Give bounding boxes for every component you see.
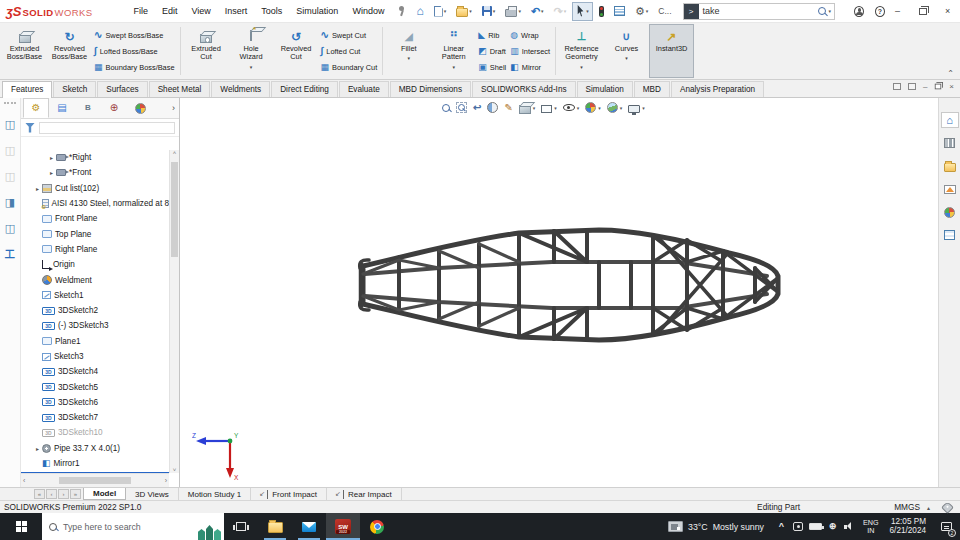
panel-expand-icon[interactable]: ›: [153, 103, 179, 113]
doc-tab-front-impact[interactable]: Front Impact: [251, 488, 327, 500]
notification-center-button[interactable]: 2: [932, 513, 960, 540]
doc-minimize-icon[interactable]: –: [923, 82, 927, 91]
wrap-button[interactable]: ◍Wrap: [510, 28, 550, 42]
tab-simulation[interactable]: Simulation: [577, 81, 633, 97]
search-caret-icon[interactable]: ▾: [829, 8, 832, 14]
extruded-cut-button[interactable]: ExtrudedCut: [184, 24, 229, 78]
tree-item-right-plane[interactable]: Right Plane: [21, 242, 169, 257]
doc-restore-icon[interactable]: [935, 84, 941, 90]
boundary-cut-button[interactable]: ▦Boundary Cut: [321, 60, 378, 74]
apply-scene-button[interactable]: ▾: [607, 102, 623, 113]
dropdown-caret-icon[interactable]: ▾: [646, 8, 649, 14]
tree-vertical-scrollbar[interactable]: ˄˅: [169, 150, 179, 473]
panel-tab-dimxpert-manager[interactable]: ⊕: [101, 98, 127, 118]
expand-arrow-icon[interactable]: ▸: [33, 445, 42, 452]
restore-button[interactable]: [910, 0, 935, 22]
lofted-cut-button[interactable]: ∫Lofted Cut: [321, 44, 378, 58]
tray-hidden-icons-chevron[interactable]: ^: [773, 513, 790, 540]
dropdown-caret-icon[interactable]: ▾: [250, 63, 253, 71]
tree-item-mirror1[interactable]: ◧Mirror1: [21, 456, 169, 471]
home-button[interactable]: ⌂: [413, 2, 428, 21]
tab-mbd-dimensions[interactable]: MBD Dimensions: [390, 81, 471, 97]
doc-tab-3d-views[interactable]: 3D Views: [126, 488, 179, 500]
dynamic-annotation-button[interactable]: ✎: [504, 103, 512, 113]
search-icon[interactable]: [818, 7, 826, 15]
panel-tab-features-manager[interactable]: ⚙: [23, 98, 49, 118]
panel-tab-configuration-manager[interactable]: B: [75, 98, 101, 118]
tree-item-sketch3[interactable]: Sketch3: [21, 349, 169, 364]
tab-nav-1[interactable]: ‹: [46, 489, 57, 499]
filter-funnel-icon[interactable]: [25, 123, 35, 133]
tray-volume[interactable]: [841, 513, 858, 540]
scroll-right-icon[interactable]: ›: [165, 477, 167, 484]
selection-filter-button[interactable]: [595, 2, 608, 21]
task-pane-file-explorer-button[interactable]: [941, 158, 959, 174]
dropdown-caret-icon[interactable]: ▾: [533, 105, 536, 111]
doc-tab-motion-study-1[interactable]: Motion Study 1: [179, 488, 251, 500]
menu-item-window[interactable]: Window: [345, 0, 391, 22]
tab-evaluate[interactable]: Evaluate: [339, 81, 389, 97]
command-button[interactable]: C...: [654, 2, 675, 21]
instant3d-button[interactable]: ↗Instant3D: [649, 24, 694, 78]
taskbar-mail-button[interactable]: [292, 513, 326, 540]
options-button[interactable]: ⚙▾: [631, 2, 652, 21]
menu-item-file[interactable]: File: [126, 0, 155, 22]
taskbar-solidworks-button[interactable]: SW: [326, 513, 360, 540]
language-indicator[interactable]: ENG IN: [858, 519, 884, 534]
lofted-boss-base-button[interactable]: ∫Lofted Boss/Base: [94, 44, 175, 58]
options-list-button[interactable]: [610, 2, 629, 21]
task-pane-view-palette-button[interactable]: [941, 181, 959, 197]
extruded-bossbase-button[interactable]: ExtrudedBoss/Base: [2, 24, 47, 78]
view-settings-button[interactable]: ▾: [628, 103, 645, 113]
taskbar-search[interactable]: Type here to search: [42, 513, 224, 540]
task-pane-design-library-button[interactable]: [941, 135, 959, 151]
task-pane-custom-properties-button[interactable]: [941, 227, 959, 243]
expand-arrow-icon[interactable]: ▸: [47, 169, 56, 176]
taskbar-chrome-button[interactable]: [360, 513, 394, 540]
minimize-button[interactable]: –: [885, 0, 910, 22]
filter-input[interactable]: [39, 122, 175, 134]
dropdown-caret-icon[interactable]: ▾: [586, 8, 589, 14]
scrollbar-thumb[interactable]: [171, 162, 178, 257]
revolved-bossbase-button[interactable]: ↻RevolvedBoss/Base: [47, 24, 92, 78]
dropdown-caret-icon[interactable]: ▾: [642, 105, 645, 111]
units-selector[interactable]: MMGS: [894, 501, 920, 513]
draft-button[interactable]: ◩Draft: [478, 44, 506, 58]
dropdown-caret-icon[interactable]: ▾: [444, 8, 447, 14]
taskbar-file-explorer-button[interactable]: [258, 513, 292, 540]
tree-item-3dsketch5[interactable]: 3D3DSketch5: [21, 379, 169, 394]
task-pane-home-button[interactable]: ⌂: [941, 112, 959, 128]
dropdown-caret-icon[interactable]: ▾: [469, 8, 472, 14]
structural-member-button[interactable]: ◫: [5, 114, 15, 132]
scroll-left-icon[interactable]: ‹: [23, 477, 25, 484]
tab-analysis-preparation[interactable]: Analysis Preparation: [671, 81, 764, 97]
doc-tab-model[interactable]: Model: [83, 488, 126, 500]
taskbar-task-view-button[interactable]: [224, 513, 258, 540]
tree-item-3dsketch6[interactable]: 3D3DSketch6: [21, 395, 169, 410]
collapse-ribbon-icon[interactable]: ⌃: [947, 69, 954, 78]
account-icon[interactable]: [854, 6, 864, 17]
scrollbar-thumb[interactable]: [59, 477, 131, 484]
units-caret-icon[interactable]: ▴: [927, 501, 930, 513]
tray-network[interactable]: ⊕: [824, 513, 841, 540]
undo-button[interactable]: ↶▾: [527, 2, 548, 21]
tree-item-3dsketch7[interactable]: 3D3DSketch7: [21, 410, 169, 425]
edit-appearance-button[interactable]: ▾: [585, 102, 601, 113]
tab-direct-editing[interactable]: Direct Editing: [271, 81, 338, 97]
dropdown-caret-icon[interactable]: ▾: [564, 8, 567, 14]
tree-item--3dsketch3[interactable]: 3D(-) 3DSketch3: [21, 318, 169, 333]
search-input[interactable]: take: [703, 6, 818, 16]
task-pane-appearances-button[interactable]: [941, 204, 959, 220]
trim-extend-button[interactable]: ◨: [5, 192, 15, 210]
tab-sketch[interactable]: Sketch: [53, 81, 96, 97]
start-button[interactable]: [0, 513, 42, 540]
zoom-area-button[interactable]: [456, 102, 467, 113]
tree-item-3dsketch4[interactable]: 3D3DSketch4: [21, 364, 169, 379]
tree-item-3dsketch10[interactable]: 3D3DSketch10: [21, 425, 169, 440]
rib-button[interactable]: ◣Rib: [478, 28, 506, 42]
doc-tab-rear-impact[interactable]: Rear Impact: [327, 488, 402, 500]
dropdown-caret-icon[interactable]: ▾: [598, 105, 601, 111]
toolbar-handle[interactable]: [4, 102, 16, 104]
help-icon[interactable]: ?: [875, 6, 885, 17]
menu-item-insert[interactable]: Insert: [218, 0, 255, 22]
